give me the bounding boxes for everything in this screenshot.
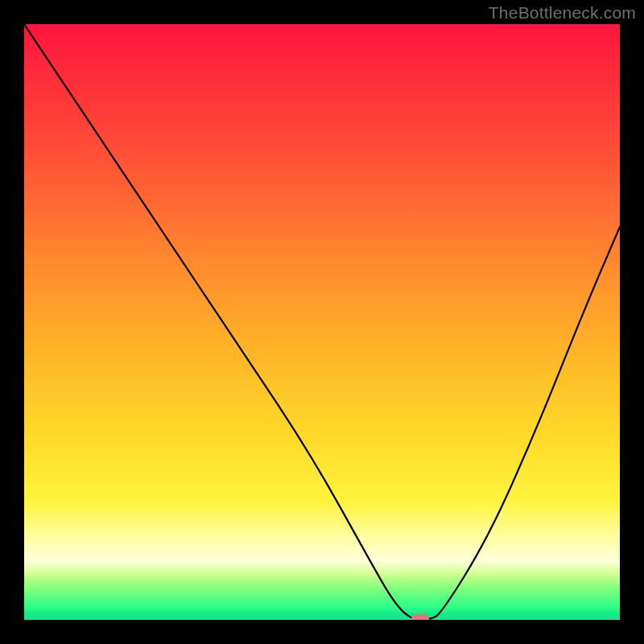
optimal-marker bbox=[411, 614, 429, 621]
bottleneck-curve bbox=[24, 24, 620, 620]
chart-frame: TheBottleneck.com bbox=[0, 0, 644, 644]
plot-area bbox=[24, 24, 620, 620]
watermark-text: TheBottleneck.com bbox=[489, 3, 636, 23]
chart-svg bbox=[24, 24, 620, 620]
